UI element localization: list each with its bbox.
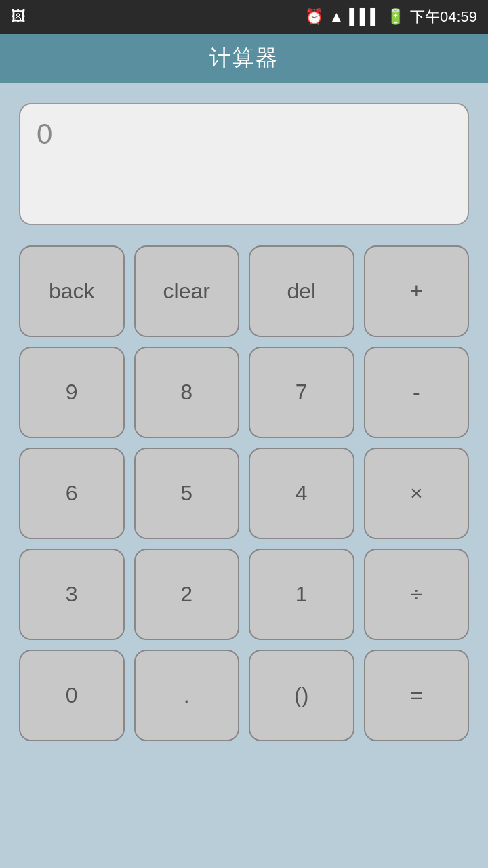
divide-button[interactable]: ÷ — [364, 549, 470, 640]
minus-button[interactable]: - — [364, 347, 470, 438]
main-content: 0 backcleardel+987-654×321÷0.()= — [0, 83, 488, 868]
status-left: 🖼 — [11, 8, 26, 26]
time-display: 下午04:59 — [410, 7, 477, 27]
two-button[interactable]: 2 — [134, 549, 240, 640]
display-value: 0 — [37, 118, 52, 151]
multiply-button[interactable]: × — [364, 448, 470, 539]
calculator-display: 0 — [19, 103, 469, 225]
battery-icon: 🔋 — [386, 8, 405, 26]
status-right: ⏰ ▲ ▌▌▌ 🔋 下午04:59 — [305, 7, 477, 27]
dot-button[interactable]: . — [134, 650, 240, 741]
app-title: 计算器 — [209, 43, 279, 73]
four-button[interactable]: 4 — [249, 448, 354, 539]
app-bar: 计算器 — [0, 34, 488, 83]
equals-button[interactable]: = — [364, 650, 470, 741]
three-button[interactable]: 3 — [19, 549, 125, 640]
button-grid: backcleardel+987-654×321÷0.()= — [19, 245, 469, 741]
alarm-icon: ⏰ — [305, 8, 323, 26]
back-button[interactable]: back — [19, 245, 125, 337]
image-icon: 🖼 — [11, 8, 26, 26]
one-button[interactable]: 1 — [249, 549, 354, 640]
paren-button[interactable]: () — [249, 650, 354, 741]
wifi-icon: ▲ — [329, 8, 344, 26]
clear-button[interactable]: clear — [134, 245, 240, 337]
plus-button[interactable]: + — [364, 245, 470, 337]
signal-icon: ▌▌▌ — [349, 8, 381, 26]
seven-button[interactable]: 7 — [249, 347, 354, 438]
nine-button[interactable]: 9 — [19, 347, 125, 438]
five-button[interactable]: 5 — [134, 448, 240, 539]
del-button[interactable]: del — [249, 245, 354, 337]
zero-button[interactable]: 0 — [19, 650, 125, 741]
six-button[interactable]: 6 — [19, 448, 125, 539]
eight-button[interactable]: 8 — [134, 347, 240, 438]
status-bar: 🖼 ⏰ ▲ ▌▌▌ 🔋 下午04:59 — [0, 0, 488, 34]
